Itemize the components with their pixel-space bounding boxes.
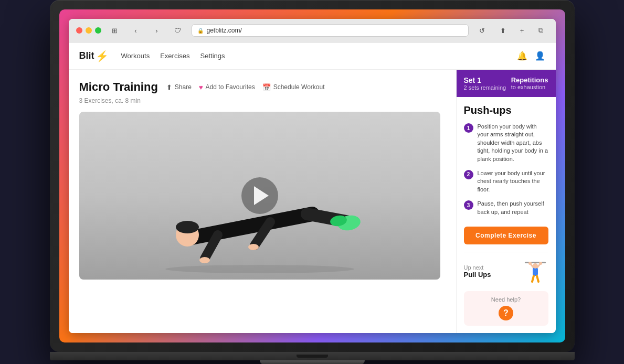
up-next-info: Up next Pull Ups [464,264,491,279]
favourites-button[interactable]: ♥ Add to Favourites [199,83,255,91]
browser-actions: ⬆ + ⧉ [496,25,548,36]
tab-overview-button[interactable]: ⧉ [534,25,548,36]
sidebar-toggle-button[interactable]: ⊞ [108,25,122,36]
svg-point-7 [248,244,259,250]
laptop-bottom [50,352,575,360]
nav-links: Workouts Exercises Settings [121,52,504,60]
laptop-stand [260,360,365,364]
step-number-3: 3 [464,200,473,210]
set-header: Set 1 2 sets remaining Repetitions to ex… [457,70,556,97]
up-next-label: Up next [464,264,491,271]
close-button[interactable] [76,27,82,34]
back-button[interactable]: ‹ [129,25,143,36]
exercise-sidebar: Set 1 2 sets remaining Repetitions to ex… [456,70,556,333]
svg-rect-11 [525,262,546,263]
app-navbar: Blit⚡ Workouts Exercises Settings 🔔 👤 [69,42,556,70]
svg-point-17 [533,263,538,269]
step-number-2: 2 [464,170,473,179]
workout-title: Micro Training [79,80,158,94]
step-text-3: Pause, then push yourself back up, and r… [478,200,548,216]
nav-icons: 🔔 👤 [517,51,545,61]
nav-settings[interactable]: Settings [200,52,225,60]
exercise-name: Push-ups [464,104,548,116]
browser-window: ⊞ ‹ › 🛡 🔒 getblitz.com/ ↺ ⬆ + ⧉ [69,19,556,333]
share-button[interactable]: ⬆ Share [166,83,192,91]
instruction-step-2: 2 Lower your body until your chest nearl… [464,169,548,194]
need-help-button[interactable]: ? [499,306,513,320]
exercise-panel: Push-ups 1 Position your body with your … [457,97,556,333]
main-layout: Micro Training ⬆ Share ♥ Add to Favourit… [69,70,556,333]
laptop-notch [297,355,328,358]
workout-header: Micro Training ⬆ Share ♥ Add to Favourit… [79,80,440,94]
svg-point-0 [165,265,354,273]
svg-line-1 [192,214,312,238]
up-next-exercise-name: Pull Ups [464,271,491,279]
shield-icon[interactable]: 🛡 [171,25,185,36]
brand-bolt-icon: ⚡ [96,50,109,62]
address-bar[interactable]: 🔒 getblitz.com/ [192,24,469,37]
calendar-icon: 📅 [262,83,271,91]
instruction-step-1: 1 Position your body with your arms stra… [464,123,548,163]
set-remaining: 2 sets remaining [464,84,506,91]
need-help-label: Need help? [469,296,543,303]
instruction-step-3: 3 Pause, then push yourself back up, and… [464,200,548,216]
bell-icon[interactable]: 🔔 [517,51,527,61]
content-area: Micro Training ⬆ Share ♥ Add to Favourit… [69,70,456,333]
lock-icon: 🔒 [197,28,204,34]
step-text-1: Position your body with your arms straig… [478,123,548,163]
step-text-2: Lower your body until your chest nearly … [478,169,548,194]
pullup-icon [522,259,548,285]
refresh-button[interactable]: ↺ [475,25,490,36]
svg-point-6 [199,257,210,263]
svg-point-3 [176,221,199,233]
need-help-section: Need help? ? [464,291,548,326]
nav-exercises[interactable]: Exercises [160,52,189,60]
share-browser-button[interactable]: ⬆ [496,25,511,36]
laptop-body: ⊞ ‹ › 🛡 🔒 getblitz.com/ ↺ ⬆ + ⧉ [50,0,575,352]
url-text: getblitz.com/ [207,27,242,34]
laptop-shell: ⊞ ‹ › 🛡 🔒 getblitz.com/ ↺ ⬆ + ⧉ [50,0,575,364]
forward-button[interactable]: › [150,25,164,36]
step-number-1: 1 [464,123,473,133]
workout-meta: 3 Exercises, ca. 8 min [79,97,440,104]
screen-content: ⊞ ‹ › 🛡 🔒 getblitz.com/ ↺ ⬆ + ⧉ [64,19,561,333]
maximize-button[interactable] [95,27,101,34]
share-icon: ⬆ [166,83,172,91]
video-container[interactable] [79,112,440,280]
minimize-button[interactable] [86,27,92,34]
screen-bezel: ⊞ ‹ › 🛡 🔒 getblitz.com/ ↺ ⬆ + ⧉ [59,9,565,342]
rep-label: Repetitions [511,76,548,84]
set-info: Set 1 2 sets remaining [464,76,506,91]
set-number: Set 1 [464,76,506,84]
brand-logo: Blit⚡ [79,50,109,62]
play-icon [254,186,269,205]
play-button[interactable] [241,177,278,214]
rep-info: Repetitions to exhaustion [511,76,548,90]
nav-workouts[interactable]: Workouts [121,52,150,60]
rep-value: to exhaustion [511,84,548,90]
traffic-lights [76,27,101,34]
new-tab-button[interactable]: + [515,25,530,36]
svg-line-19 [537,276,538,282]
up-next-section: Up next Pull Ups [464,252,548,285]
pushup-figure [150,154,370,280]
up-next-figure [522,259,548,285]
svg-line-18 [532,276,534,282]
workout-actions: ⬆ Share ♥ Add to Favourites 📅 [166,83,325,91]
heart-icon: ♥ [199,83,203,91]
brand-name: Blit [79,50,94,61]
schedule-button[interactable]: 📅 Schedule Workout [262,83,325,91]
browser-titlebar: ⊞ ‹ › 🛡 🔒 getblitz.com/ ↺ ⬆ + ⧉ [69,19,556,42]
complete-exercise-button[interactable]: Complete Exercise [464,227,548,244]
profile-icon[interactable]: 👤 [535,51,545,61]
svg-rect-16 [533,267,538,276]
